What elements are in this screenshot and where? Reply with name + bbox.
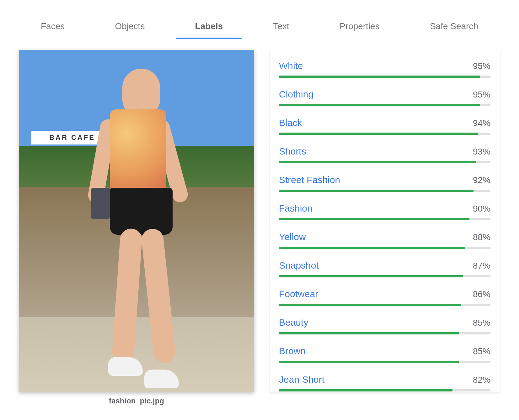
confidence-bar-track <box>279 275 490 277</box>
label-row: Yellow88% <box>279 232 490 249</box>
labels-panel[interactable]: White95%Clothing95%Black94%Shorts93%Stre… <box>269 50 500 393</box>
confidence-bar-track <box>279 133 490 135</box>
confidence-bar-fill <box>279 190 474 192</box>
label-name-link[interactable]: Beauty <box>279 317 308 328</box>
confidence-bar-track <box>279 104 490 106</box>
analyzed-image: BAR CAFE <box>19 50 254 392</box>
label-percentage: 90% <box>473 204 490 214</box>
confidence-bar-fill <box>279 218 469 220</box>
label-percentage: 85% <box>473 318 490 328</box>
confidence-bar-fill <box>279 247 465 249</box>
label-percentage: 85% <box>473 346 490 356</box>
label-name-link[interactable]: Street Fashion <box>279 175 340 185</box>
label-row: Fashion90% <box>279 203 490 220</box>
label-row: Beauty85% <box>279 317 490 334</box>
label-percentage: 94% <box>473 118 490 128</box>
confidence-bar-fill <box>279 304 461 306</box>
label-row: Shorts93% <box>279 146 490 163</box>
confidence-bar-track <box>279 304 490 306</box>
confidence-bar-track <box>279 161 490 163</box>
label-percentage: 93% <box>473 147 490 157</box>
confidence-bar-fill <box>279 389 452 391</box>
confidence-bar-track <box>279 332 490 334</box>
confidence-bar-fill <box>279 104 480 106</box>
confidence-bar-fill <box>279 76 480 78</box>
label-row: Jean Short82% <box>279 374 490 391</box>
label-row: Street Fashion92% <box>279 175 490 192</box>
tab-properties[interactable]: Properties <box>336 16 383 39</box>
confidence-bar-fill <box>279 361 459 363</box>
label-percentage: 92% <box>473 175 490 185</box>
image-panel: BAR CAFE fashion_pic.jpg <box>19 50 254 405</box>
label-name-link[interactable]: Footwear <box>279 289 318 299</box>
label-row: Clothing95% <box>279 89 490 106</box>
content-area: BAR CAFE fashion_pic.jpg White95%Clo <box>19 50 500 405</box>
label-name-link[interactable]: Brown <box>279 346 306 356</box>
image-filename: fashion_pic.jpg <box>19 396 254 405</box>
confidence-bar-fill <box>279 133 478 135</box>
label-name-link[interactable]: Shorts <box>279 146 306 157</box>
label-percentage: 86% <box>473 289 490 299</box>
label-name-link[interactable]: Yellow <box>279 232 306 242</box>
label-row: Black94% <box>279 118 490 135</box>
tab-objects[interactable]: Objects <box>112 16 148 39</box>
label-percentage: 95% <box>473 61 490 71</box>
confidence-bar-track <box>279 247 490 249</box>
confidence-bar-track <box>279 389 490 391</box>
tabs-bar: FacesObjectsLabelsTextPropertiesSafe Sea… <box>19 16 500 39</box>
tab-safesearch[interactable]: Safe Search <box>427 16 481 39</box>
confidence-bar-track <box>279 218 490 220</box>
label-percentage: 87% <box>473 261 490 271</box>
label-row: Footwear86% <box>279 289 490 306</box>
label-name-link[interactable]: Jean Short <box>279 374 324 385</box>
label-name-link[interactable]: Black <box>279 118 302 128</box>
confidence-bar-track <box>279 76 490 78</box>
label-row: Brown85% <box>279 346 490 363</box>
label-percentage: 88% <box>473 232 490 242</box>
tab-faces[interactable]: Faces <box>38 16 68 39</box>
label-row: Snapshot87% <box>279 260 490 277</box>
confidence-bar-fill <box>279 332 459 334</box>
label-row: White95% <box>279 60 490 78</box>
tab-text[interactable]: Text <box>270 16 292 39</box>
label-name-link[interactable]: Fashion <box>279 203 313 214</box>
confidence-bar-fill <box>279 275 463 277</box>
label-percentage: 82% <box>473 375 490 385</box>
label-name-link[interactable]: Snapshot <box>279 260 319 271</box>
label-name-link[interactable]: White <box>279 60 303 71</box>
tab-labels[interactable]: Labels <box>192 16 226 39</box>
confidence-bar-track <box>279 190 490 192</box>
confidence-bar-track <box>279 361 490 363</box>
label-percentage: 95% <box>473 90 490 100</box>
confidence-bar-fill <box>279 161 476 163</box>
label-name-link[interactable]: Clothing <box>279 89 313 100</box>
